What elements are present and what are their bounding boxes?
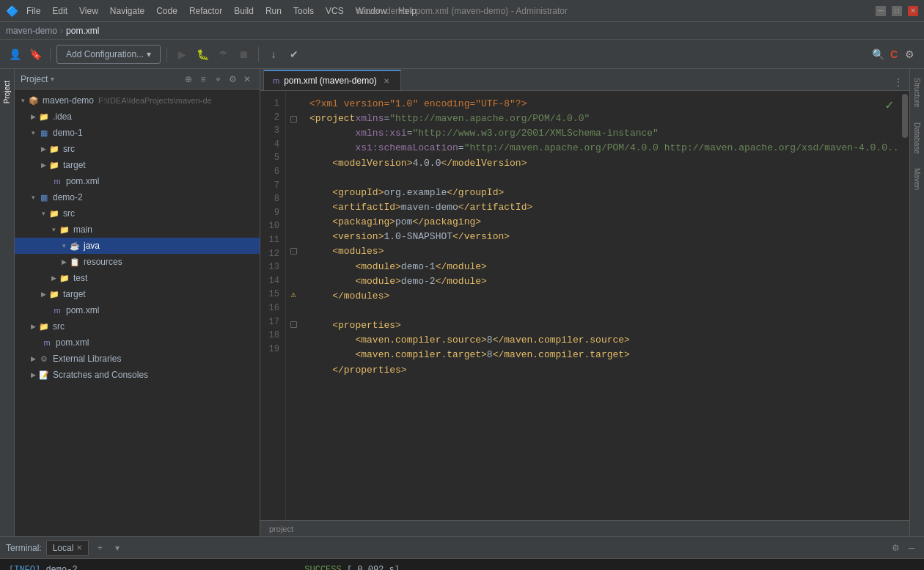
editor-recent-files-button[interactable]: ⋮ (890, 74, 906, 90)
tree-arrow-demo2-main[interactable]: ▾ (48, 224, 59, 235)
menu-vcs[interactable]: VCS (320, 4, 349, 18)
project-add-button[interactable]: ⊕ (182, 73, 195, 86)
terminal-minimize-button[interactable]: ─ (905, 541, 918, 555)
code-line-18: ........<maven.compiler.target>8</maven.… (309, 348, 909, 362)
coverage-button[interactable]: ☂ (214, 45, 232, 63)
tree-arrow-demo1[interactable]: ▾ (28, 128, 38, 138)
terminal-add-button[interactable]: + (93, 541, 106, 555)
tree-item-demo1-pom[interactable]: ▶ m pom.xml (15, 173, 260, 189)
tree-item-demo1[interactable]: ▾ ▦ demo-1 (15, 125, 260, 141)
tree-arrow-maven-demo[interactable]: ▾ (18, 95, 28, 106)
maximize-button[interactable]: □ (892, 6, 902, 16)
terminal-body[interactable]: [INFO] demo-2 ..........................… (0, 559, 924, 570)
tree-arrow-demo1-target[interactable]: ▶ (38, 160, 48, 170)
tree-arrow-scratches[interactable]: ▶ (28, 370, 38, 380)
run-button[interactable]: ▶ (173, 45, 191, 63)
tree-item-demo2-target[interactable]: ▶ 📁 target (15, 286, 260, 302)
tree-item-demo2[interactable]: ▾ ▦ demo-2 (15, 189, 260, 205)
tree-arrow-ext-libs[interactable]: ▶ (28, 354, 38, 364)
vcs-update-button[interactable]: ↓ (265, 45, 282, 63)
menu-navigate[interactable]: Navigate (105, 4, 150, 18)
tree-label-demo1: demo-1 (53, 128, 83, 138)
project-scroll-button[interactable]: ⌖ (211, 73, 224, 86)
menu-view[interactable]: View (74, 4, 103, 18)
menu-build[interactable]: Build (229, 4, 259, 18)
tree-item-root-pom[interactable]: ▶ m pom.xml (15, 335, 260, 351)
editor-tab-pom[interactable]: m pom.xml (maven-demo) ✕ (263, 70, 401, 90)
breadcrumb-bar: maven-demo › pom.xml (0, 22, 924, 40)
close-button[interactable]: ✕ (908, 6, 918, 16)
tab-pom-close[interactable]: ✕ (381, 76, 392, 86)
tree-item-demo2-main[interactable]: ▾ 📁 main (15, 222, 260, 238)
vcs-commit-button[interactable]: ✔ (285, 45, 303, 63)
term-duration-1: [ 0.092 s] (347, 565, 400, 570)
tree-arrow-demo2-src[interactable]: ▾ (38, 208, 48, 219)
add-configuration-button[interactable]: Add Configuration... ▾ (56, 45, 161, 64)
menu-refactor[interactable]: Refactor (184, 4, 227, 18)
toolbar-vcs-button[interactable]: 👤 (6, 45, 23, 63)
project-panel-title: Project ▾ (21, 74, 177, 84)
fold-2-icon[interactable]: - (290, 116, 297, 123)
folder-icon-demo2-target: 📁 (48, 288, 60, 300)
tree-item-demo2-java[interactable]: ▾ ☕ java (15, 238, 260, 254)
tree-arrow-root-src[interactable]: ▶ (28, 321, 38, 332)
breadcrumb-project[interactable]: maven-demo (6, 26, 57, 36)
right-tab-structure[interactable]: Structure (911, 72, 923, 114)
right-tab-database[interactable]: Database (911, 117, 923, 160)
tree-arrow-demo2-java[interactable]: ▾ (59, 241, 69, 251)
tree-item-maven-demo[interactable]: ▾ 📦 maven-demo F:\IDEA\IdeaProjects\mave… (15, 92, 260, 109)
line-numbers: 12345 678910 1112131415 16171819 (260, 91, 286, 520)
project-settings-button[interactable]: ⚙ (226, 73, 239, 86)
menu-tools[interactable]: Tools (288, 4, 319, 18)
tree-arrow-demo2-target[interactable]: ▶ (38, 289, 48, 299)
settings-button[interactable]: ⚙ (901, 45, 918, 63)
debug-button[interactable]: 🐛 (194, 45, 211, 63)
menu-run[interactable]: Run (260, 4, 287, 18)
tree-item-ext-libs[interactable]: ▶ ⚙ External Libraries (15, 351, 260, 367)
tree-item-demo2-src[interactable]: ▾ 📁 src (15, 205, 260, 222)
code-line-17: ........<maven.compiler.source>8</maven.… (309, 333, 909, 348)
tree-item-demo2-resources[interactable]: ▶ 📋 resources (15, 254, 260, 270)
code-editor[interactable]: 12345 678910 1112131415 16171819 - - (260, 91, 909, 520)
term-info-1: [INFO] (9, 565, 40, 570)
tree-arrow-demo2-test[interactable]: ▶ (48, 273, 59, 283)
tree-arrow-demo2[interactable]: ▾ (28, 192, 38, 202)
search-everywhere-button[interactable]: 🔍 (870, 45, 887, 63)
toolbar-bookmark-button[interactable]: 🔖 (26, 45, 44, 63)
tree-path-maven-demo: F:\IDEA\IdeaProjects\maven-de (98, 96, 212, 105)
fold-16-icon[interactable]: - (290, 321, 297, 328)
project-tree[interactable]: ▾ 📦 maven-demo F:\IDEA\IdeaProjects\mave… (15, 89, 260, 536)
terminal-local-tab[interactable]: Local ✕ (46, 540, 89, 556)
tree-arrow-idea[interactable]: ▶ (28, 112, 38, 122)
fold-11-icon[interactable]: - (290, 248, 297, 255)
tree-item-demo2-pom[interactable]: ▶ m pom.xml (15, 302, 260, 318)
project-collapse-button[interactable]: ≡ (197, 73, 210, 86)
terminal-tab-close[interactable]: ✕ (76, 544, 82, 552)
left-tab-project[interactable]: Project (1, 75, 13, 109)
terminal-dropdown-button[interactable]: ▾ (111, 541, 124, 555)
stop-button[interactable]: ⏹ (235, 45, 252, 63)
tree-item-demo2-test[interactable]: ▶ 📁 test (15, 270, 260, 286)
tree-item-scratches[interactable]: ▶ 📝 Scratches and Consoles (15, 367, 260, 383)
project-close-button[interactable]: ✕ (241, 73, 254, 86)
dropdown-arrow[interactable]: ▾ (51, 75, 54, 83)
tree-arrow-demo1-src[interactable]: ▶ (38, 144, 48, 154)
toolbar-right: 🔍 C ⚙ (870, 45, 918, 63)
minimize-button[interactable]: ─ (876, 6, 886, 16)
menu-file[interactable]: File (21, 4, 45, 18)
breadcrumb-file[interactable]: pom.xml (66, 26, 99, 36)
tree-item-root-src[interactable]: ▶ 📁 src (15, 318, 260, 335)
right-tab-maven[interactable]: Maven (911, 162, 923, 196)
tree-arrow-demo2-resources[interactable]: ▶ (59, 257, 69, 267)
tree-item-demo1-target[interactable]: ▶ 📁 target (15, 157, 260, 173)
tree-label-root-src: src (53, 321, 65, 332)
editor-scrollbar[interactable] (901, 91, 909, 520)
scrollbar-thumb[interactable] (902, 94, 908, 138)
menu-edit[interactable]: Edit (47, 4, 73, 18)
menu-code[interactable]: Code (151, 4, 183, 18)
tree-item-idea[interactable]: ▶ 📁 .idea (15, 109, 260, 125)
tree-item-demo1-src[interactable]: ▶ 📁 src (15, 141, 260, 157)
code-content[interactable]: <?xml version="1.0" encoding="UTF-8"?> <… (301, 91, 909, 520)
terminal-settings-button[interactable]: ⚙ (889, 541, 902, 555)
module-icon: 📦 (28, 95, 40, 106)
